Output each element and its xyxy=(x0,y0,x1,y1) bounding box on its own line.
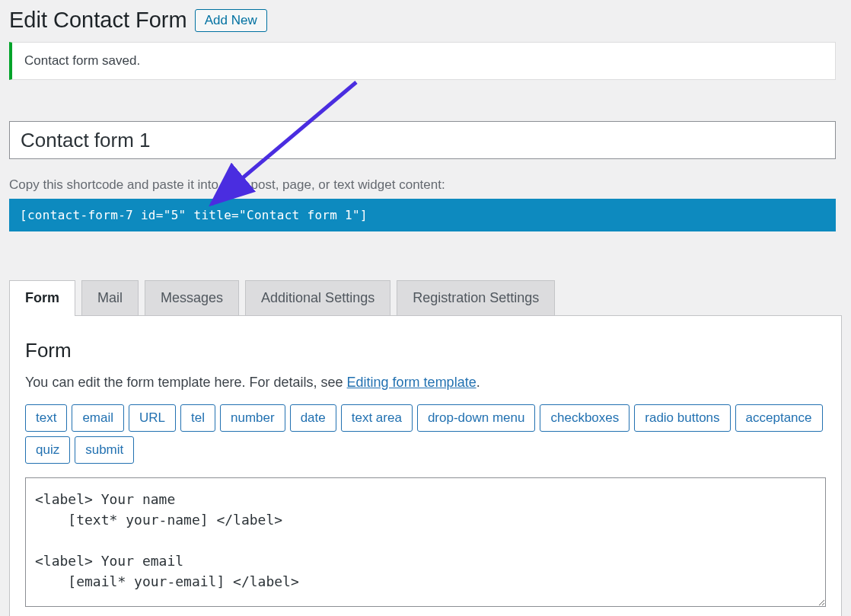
tag-button-row: text email URL tel number date text area… xyxy=(25,404,826,464)
form-panel: Form You can edit the form template here… xyxy=(9,315,842,616)
panel-desc-suffix: . xyxy=(476,375,480,390)
notice-message: Contact form saved. xyxy=(24,53,140,68)
tag-tel-button[interactable]: tel xyxy=(180,404,215,432)
form-title-input[interactable] xyxy=(9,121,836,159)
page-title: Edit Contact Form xyxy=(9,8,187,33)
panel-desc-prefix: You can edit the form template here. For… xyxy=(25,375,347,390)
tag-dropdown-button[interactable]: drop-down menu xyxy=(417,404,536,432)
editing-form-template-link[interactable]: Editing form template xyxy=(347,375,476,390)
tag-textarea-button[interactable]: text area xyxy=(341,404,413,432)
panel-title: Form xyxy=(25,339,826,362)
tag-number-button[interactable]: number xyxy=(220,404,285,432)
tag-text-button[interactable]: text xyxy=(25,404,67,432)
tab-form[interactable]: Form xyxy=(9,280,75,316)
form-template-textarea[interactable] xyxy=(25,477,826,607)
tab-registration-settings[interactable]: Registration Settings xyxy=(397,280,555,315)
tab-bar: Form Mail Messages Additional Settings R… xyxy=(9,280,842,315)
tag-checkboxes-button[interactable]: checkboxes xyxy=(540,404,629,432)
tag-date-button[interactable]: date xyxy=(290,404,336,432)
tab-additional-settings[interactable]: Additional Settings xyxy=(245,280,390,315)
tag-acceptance-button[interactable]: acceptance xyxy=(735,404,823,432)
shortcode-field[interactable] xyxy=(9,199,836,231)
page-header: Edit Contact Form Add New xyxy=(9,0,836,42)
tag-radio-button[interactable]: radio buttons xyxy=(634,404,730,432)
tag-url-button[interactable]: URL xyxy=(129,404,176,432)
tag-quiz-button[interactable]: quiz xyxy=(25,436,70,464)
tab-mail[interactable]: Mail xyxy=(81,280,139,315)
shortcode-instruction: Copy this shortcode and paste it into yo… xyxy=(9,177,836,193)
notice-success: Contact form saved. xyxy=(9,42,836,80)
tag-email-button[interactable]: email xyxy=(72,404,124,432)
tab-messages[interactable]: Messages xyxy=(145,280,239,315)
panel-description: You can edit the form template here. For… xyxy=(25,375,826,391)
tag-submit-button[interactable]: submit xyxy=(75,436,134,464)
add-new-button[interactable]: Add New xyxy=(195,9,267,32)
